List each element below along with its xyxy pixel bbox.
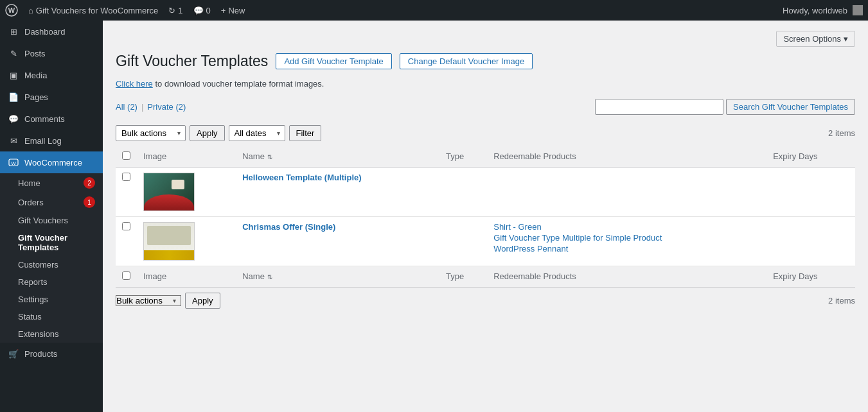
sidebar-label-comments: Comments [24,114,65,124]
select-all-checkbox[interactable] [122,151,130,160]
bulk-row-top: Bulk actions ▾ Apply All dates ▾ Filter … [116,125,855,141]
row-2-title-link[interactable]: Chrismas Offer (Single) [242,222,335,232]
row-checkbox-2 [116,216,137,266]
click-here-bar: Click here to download voucher template … [116,79,855,89]
filter-all[interactable]: All (2) [116,102,137,112]
select-all-bottom-checkbox[interactable] [122,271,130,280]
table-row: Chrismas Offer (Single) Shirt - Green Gi… [116,216,855,266]
apply-button-bottom[interactable]: Apply [185,293,220,309]
products-icon: 🛒 [8,348,19,359]
table-footer-image: Image [137,266,236,287]
sort-icon-bottom[interactable]: ⇅ [267,273,272,280]
sidebar-item-woocommerce[interactable]: W WooCommerce [0,151,103,173]
sidebar-item-products[interactable]: 🛒 Products [0,343,103,365]
row-2-type [439,216,487,266]
woo-sub-orders[interactable]: Orders 1 [0,193,103,212]
search-input[interactable] [595,99,723,115]
sidebar-label-posts: Posts [24,49,46,58]
sidebar-item-posts[interactable]: ✎ Posts [0,42,103,64]
bulk-actions-select-bottom[interactable]: Bulk actions [116,295,181,306]
table-header-redeemable: Redeemable Products [487,146,766,167]
change-default-voucher-image-button[interactable]: Change Default Voucher Image [400,53,533,69]
row-1-name: Helloween Template (Multiple) [236,167,439,216]
product-link-1[interactable]: Shirt - Green [493,222,760,232]
bulk-actions-dropdown-wrap: Bulk actions ▾ [116,125,186,141]
table-header-image: Image [137,146,236,167]
woo-sub-status[interactable]: Status [0,308,103,325]
dates-dropdown-wrap: All dates ▾ [229,125,285,141]
table-footer-name: Name ⇅ [236,266,439,287]
orders-badge: 1 [84,196,95,208]
row-1-checkbox[interactable] [122,173,130,181]
svg-text:W: W [8,6,15,14]
add-gift-voucher-template-button[interactable]: Add Gift Voucher Template [276,53,391,69]
dashboard-icon: ⊞ [8,26,19,37]
row-1-image [137,167,236,216]
bulk-actions-select-top[interactable]: Bulk actions [116,125,186,141]
updates-icon: ↻ [168,6,175,15]
voucher-templates-table: Image Name ⇅ Type Redeemable Products Ex… [116,146,855,288]
woo-sub-settings[interactable]: Settings [0,291,103,308]
table-header-name: Name ⇅ [236,146,439,167]
row-2-checkbox[interactable] [122,222,130,230]
sidebar-label-pages: Pages [24,92,48,102]
woo-sub-home[interactable]: Home 2 [0,173,103,193]
woo-sub-extensions[interactable]: Extensions [0,325,103,343]
table-header-checkbox [116,146,137,167]
wp-logo-icon[interactable]: W [5,4,18,17]
sidebar-item-comments[interactable]: 💬 Comments [0,108,103,130]
sidebar-item-dashboard[interactable]: ⊞ Dashboard [0,21,103,42]
filter-search-row: All (2) | Private (2) Search Gift Vouche… [116,99,855,120]
row-1-type [439,167,487,216]
admin-bar: W ⌂ Gift Vouchers for WooCommerce ↻ 1 💬 … [0,0,868,21]
items-count-bottom: 2 items [828,296,855,305]
sidebar-label-media: Media [24,71,47,80]
filter-button[interactable]: Filter [289,125,322,141]
home-badge: 2 [84,177,95,189]
row-1-redeemable [487,167,766,216]
posts-icon: ✎ [8,47,19,59]
page-header: Gift Voucher Templates Add Gift Voucher … [116,52,855,71]
site-name[interactable]: ⌂ Gift Vouchers for WooCommerce [28,6,158,15]
filter-private[interactable]: Private (2) [147,102,186,112]
dates-select[interactable]: All dates [229,125,285,141]
page-title: Gift Voucher Templates [116,52,268,71]
search-button[interactable]: Search Gift Voucher Templates [726,99,855,115]
table-header-type: Type [439,146,487,167]
woo-sub-gift-vouchers[interactable]: Gift Vouchers [0,212,103,229]
woo-sub-customers[interactable]: Customers [0,256,103,273]
table-footer-row: Image Name ⇅ Type Redeemable Products Ex… [116,266,855,287]
screen-options-bar: Screen Options ▾ [116,31,855,47]
sidebar-label-woocommerce: WooCommerce [24,158,82,167]
new-item[interactable]: + New [221,6,245,15]
woo-sub-gift-voucher-templates[interactable]: Gift Voucher Templates [0,229,103,256]
row-checkbox-1 [116,167,137,216]
svg-text:W: W [11,160,16,166]
avatar[interactable] [853,5,863,15]
product-link-2[interactable]: Gift Voucher Type Multiple for Simple Pr… [493,233,760,243]
table-footer-checkbox [116,266,137,287]
woo-sub-reports[interactable]: Reports [0,273,103,291]
table-header-expiry: Expiry Days [766,146,855,167]
sidebar-item-pages[interactable]: 📄 Pages [0,86,103,108]
updates-item[interactable]: ↻ 1 [168,6,182,15]
pages-icon: 📄 [8,91,19,103]
product-link-3[interactable]: WordPress Pennant [493,244,760,253]
apply-button-top[interactable]: Apply [190,125,225,141]
woo-icon: W [8,157,19,168]
row-2-expiry [766,216,855,266]
click-here-link[interactable]: Click here [116,79,153,89]
plus-icon: + [221,6,226,15]
home-icon: ⌂ [28,6,33,15]
table-footer-redeemable: Redeemable Products [487,266,766,287]
screen-options-button[interactable]: Screen Options ▾ [776,31,855,47]
filter-separator: | [141,102,143,112]
search-bar: Search Gift Voucher Templates [595,99,855,115]
comments-item[interactable]: 💬 0 [193,6,211,15]
row-1-title-link[interactable]: Helloween Template (Multiple) [242,173,361,182]
sort-icon[interactable]: ⇅ [267,153,272,160]
sidebar-item-email-log[interactable]: ✉ Email Log [0,130,103,151]
table-row: Helloween Template (Multiple) [116,167,855,216]
sidebar: ⊞ Dashboard ✎ Posts ▣ Media 📄 Pages 💬 Co… [0,21,103,412]
sidebar-item-media[interactable]: ▣ Media [0,64,103,86]
